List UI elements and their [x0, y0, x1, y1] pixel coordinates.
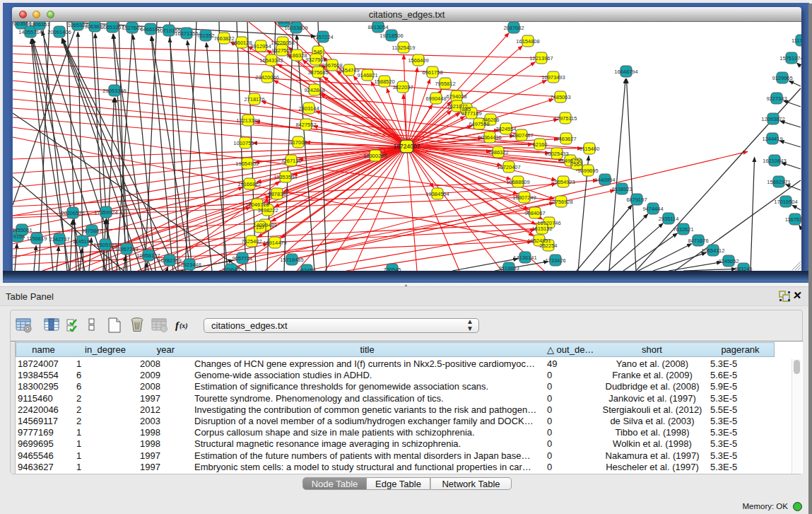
svg-text:2718176: 2718176 — [244, 96, 264, 103]
svg-text:1167533: 1167533 — [785, 216, 801, 223]
svg-text:8427552: 8427552 — [295, 122, 316, 128]
svg-text:3267130: 3267130 — [281, 158, 301, 164]
svg-text:9699695: 9699695 — [577, 168, 598, 174]
svg-text:10973493: 10973493 — [541, 74, 565, 81]
svg-text:19654952: 19654952 — [235, 160, 259, 167]
svg-text:1145194: 1145194 — [73, 238, 93, 245]
svg-text:16543342: 16543342 — [259, 57, 283, 64]
svg-text:10653267: 10653267 — [100, 24, 124, 30]
svg-text:9084067: 9084067 — [524, 210, 545, 216]
svg-text:8912954: 8912954 — [250, 43, 271, 49]
svg-text:983245: 983245 — [734, 266, 752, 271]
svg-text:3875685: 3875685 — [307, 69, 328, 76]
svg-text:29053346: 29053346 — [102, 88, 126, 94]
svg-text:17957223: 17957223 — [114, 246, 138, 252]
svg-text:1440954: 1440954 — [594, 177, 615, 183]
svg-text:12923448: 12923448 — [177, 262, 201, 268]
svg-text:12093872: 12093872 — [761, 116, 784, 122]
svg-text:6879197: 6879197 — [626, 197, 647, 203]
svg-text:12505135: 12505135 — [93, 242, 117, 248]
svg-text:8454749: 8454749 — [339, 67, 359, 74]
svg-text:9146821: 9146821 — [357, 72, 377, 78]
svg-text:6961758: 6961758 — [422, 69, 442, 76]
svg-text:8938923: 8938923 — [611, 186, 632, 192]
svg-text:9518863: 9518863 — [498, 265, 519, 271]
svg-text:7357224: 7357224 — [312, 34, 333, 40]
svg-text:8186328: 8186328 — [286, 52, 307, 59]
svg-text:9777169: 9777169 — [461, 110, 481, 117]
svg-text:751552: 751552 — [196, 33, 214, 39]
svg-text:10107554: 10107554 — [233, 140, 257, 146]
svg-text:9115460: 9115460 — [579, 146, 600, 152]
svg-text:9245652: 9245652 — [718, 258, 739, 264]
svg-text:12975115: 12975115 — [554, 115, 577, 122]
svg-text:2342737: 2342737 — [49, 236, 69, 243]
svg-text:(x): (x) — [180, 322, 188, 330]
svg-text:14055714: 14055714 — [18, 29, 42, 35]
svg-text:2935114: 2935114 — [659, 216, 679, 222]
svg-text:18724007: 18724007 — [394, 143, 420, 150]
svg-text:2087682: 2087682 — [503, 25, 524, 31]
svg-text:18226058: 18226058 — [271, 40, 294, 46]
svg-text:10958107: 10958107 — [136, 252, 160, 259]
svg-text:9242848: 9242848 — [304, 87, 324, 93]
svg-text:8471676: 8471676 — [688, 238, 708, 244]
svg-text:1527602: 1527602 — [122, 25, 142, 31]
svg-text:15692971: 15692971 — [767, 179, 790, 185]
svg-text:19166822: 19166822 — [237, 181, 261, 187]
svg-text:14136141: 14136141 — [513, 255, 536, 261]
svg-text:1615132: 1615132 — [531, 226, 552, 232]
svg-text:16210643: 16210643 — [763, 158, 786, 164]
svg-text:16671355: 16671355 — [175, 30, 198, 37]
svg-text:10807487: 10807487 — [510, 132, 533, 139]
svg-text:39154: 39154 — [13, 233, 25, 240]
svg-text:7564: 7564 — [571, 161, 583, 168]
svg-text:1588520: 1588520 — [374, 78, 394, 85]
svg-text:6497568: 6497568 — [469, 121, 489, 127]
svg-text:15718485: 15718485 — [280, 257, 303, 263]
svg-text:1566409: 1566409 — [408, 57, 428, 64]
svg-text:12213967: 12213967 — [529, 55, 553, 62]
svg-text:20364436: 20364436 — [478, 134, 501, 141]
svg-text:9227343: 9227343 — [766, 95, 787, 102]
svg-text:12213389: 12213389 — [236, 117, 259, 124]
svg-text:15720407: 15720407 — [497, 164, 520, 170]
svg-text:16154808: 16154808 — [516, 38, 539, 45]
svg-text:19654923: 19654923 — [551, 179, 575, 185]
svg-text:9975887: 9975887 — [81, 228, 102, 234]
svg-text:9129965: 9129965 — [772, 75, 792, 81]
svg-text:19384554: 19384554 — [425, 191, 449, 197]
svg-text:10025433: 10025433 — [545, 151, 568, 157]
svg-text:1117404: 1117404 — [792, 37, 801, 44]
svg-text:20091406: 20091406 — [47, 29, 71, 35]
svg-text:16914479: 16914479 — [263, 240, 286, 246]
svg-text:917004: 917004 — [289, 139, 307, 146]
svg-text:157: 157 — [256, 224, 265, 230]
svg-text:8860128: 8860128 — [231, 40, 252, 46]
svg-text:17016504: 17016504 — [774, 199, 797, 205]
svg-text:3822037: 3822037 — [392, 84, 413, 90]
svg-text:10654112: 10654112 — [702, 247, 725, 254]
svg-text:1806351: 1806351 — [29, 22, 49, 28]
svg-text:252254: 252254 — [539, 243, 557, 249]
svg-text:3824554: 3824554 — [495, 126, 516, 132]
svg-text:587833: 587833 — [268, 191, 286, 197]
svg-text:8813054: 8813054 — [367, 24, 388, 30]
svg-text:17359924: 17359924 — [94, 209, 117, 216]
svg-text:15751074: 15751074 — [779, 55, 801, 62]
svg-text:62160: 62160 — [533, 141, 548, 148]
svg-text:10688609: 10688609 — [506, 179, 529, 185]
svg-text:3498222: 3498222 — [257, 207, 278, 214]
svg-text:15807249: 15807249 — [512, 194, 536, 201]
svg-text:546: 546 — [314, 49, 323, 55]
svg-text:9657721: 9657721 — [232, 255, 252, 262]
svg-text:2803144: 2803144 — [298, 105, 319, 112]
svg-text:1244419: 1244419 — [762, 136, 782, 142]
svg-text:11325419: 11325419 — [392, 45, 416, 51]
svg-text:6794028: 6794028 — [446, 93, 466, 100]
svg-text:18300295: 18300295 — [363, 153, 387, 159]
svg-text:16033809: 16033809 — [284, 25, 307, 31]
svg-text:6990448: 6990448 — [425, 95, 446, 102]
svg-text:10756928: 10756928 — [549, 199, 572, 205]
svg-text:7485063: 7485063 — [550, 94, 570, 100]
